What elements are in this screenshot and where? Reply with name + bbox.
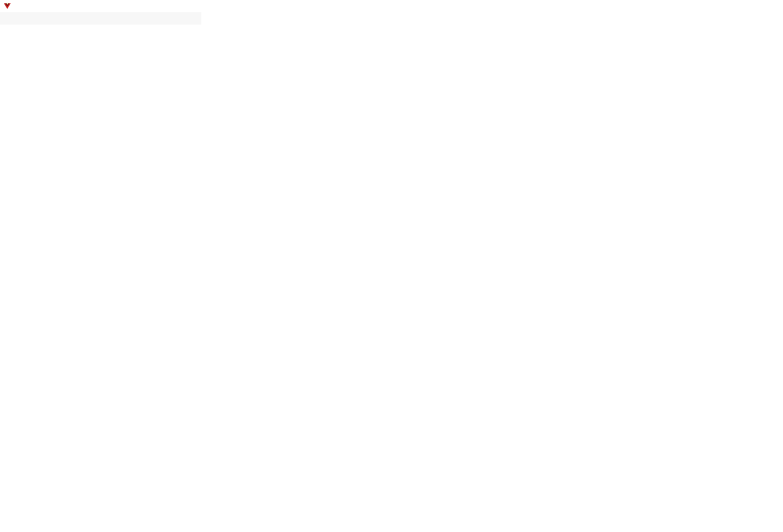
close-button[interactable] — [757, 0, 783, 12]
titlebar — [0, 0, 783, 12]
minimize-button[interactable] — [706, 0, 732, 12]
maximize-button[interactable] — [732, 0, 757, 12]
menubar — [0, 12, 201, 25]
app-logo-icon — [3, 2, 11, 10]
vituixcad-window — [0, 0, 783, 532]
window-controls — [706, 0, 783, 12]
